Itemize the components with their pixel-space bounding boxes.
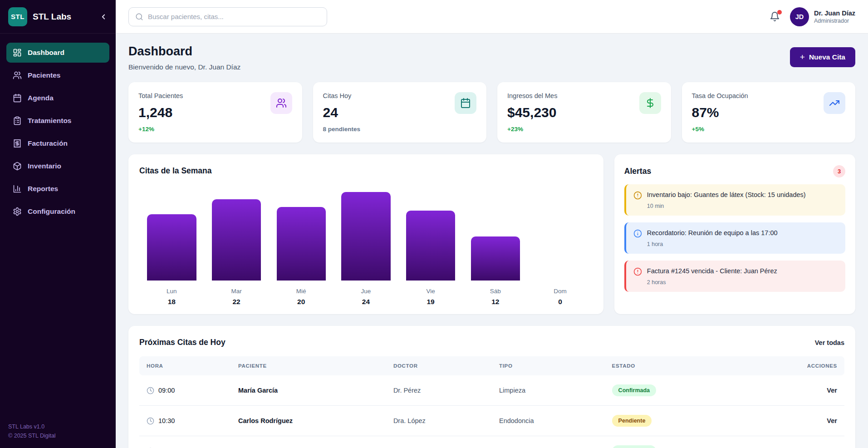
sidebar-item-label: Configuración [28, 207, 75, 216]
search-input[interactable] [148, 13, 320, 20]
stat-delta: 8 pendientes [323, 126, 477, 133]
alerts-header: Alertas 3 [624, 165, 845, 177]
avatar: JD [790, 7, 809, 26]
bar-column: Vie 19 [398, 192, 463, 306]
app-root: STL STL Labs Dashboard Pacientes [0, 0, 868, 448]
bar-chart-icon [13, 184, 22, 193]
bar-value-label: 19 [398, 298, 463, 306]
alert-message: Inventario bajo: Guantes de látex (Stock… [647, 191, 806, 200]
cell-doctor: Dr. Pérez [386, 438, 492, 448]
user-name: Dr. Juan Díaz [814, 10, 855, 17]
cell-patient: Ana Martínez [231, 438, 386, 448]
middle-row: Citas de la Semana Lun 18 Mar 22 [128, 154, 855, 314]
alert-message: Recordatorio: Reunión de equipo a las 17… [647, 229, 778, 238]
col-header-hora: HORA [139, 356, 231, 375]
x-tick-label: Mié [269, 288, 333, 295]
bar-value-label: 18 [139, 298, 204, 306]
ver-link[interactable]: Ver [827, 387, 837, 394]
cell-type: Ortodoncia [492, 438, 605, 448]
sidebar-item-tratamientos[interactable]: Tratamientos [6, 111, 109, 131]
sidebar-item-configuracion[interactable]: Configuración [6, 202, 109, 222]
alert-info[interactable]: Recordatorio: Reunión de equipo a las 17… [624, 222, 845, 254]
clipboard-icon [13, 116, 22, 125]
cell-time: 11:00 [139, 438, 231, 448]
alert-circle-icon [633, 191, 642, 200]
col-header-doctor: DOCTOR [386, 356, 492, 375]
sidebar-item-pacientes[interactable]: Pacientes [6, 65, 109, 85]
sidebar-nav: Dashboard Pacientes Agenda Tratamientos [0, 40, 116, 415]
cell-time: 10:30 [139, 408, 231, 434]
table-column-headers: HORA PACIENTE DOCTOR TIPO ESTADO ACCIONE… [139, 356, 844, 375]
clock-icon [147, 387, 154, 394]
topbar: JD Dr. Juan Díaz Administrador [116, 0, 868, 34]
notification-dot [777, 10, 782, 15]
sidebar-item-dashboard[interactable]: Dashboard [6, 43, 109, 63]
x-tick-label: Jue [333, 288, 398, 295]
brand-name: STL Labs [33, 12, 94, 22]
stat-delta: +5% [692, 126, 846, 133]
stat-value: 1,248 [138, 105, 292, 120]
calendar-icon [455, 92, 476, 114]
cell-type: Limpieza [492, 378, 605, 403]
bar-value-label: 20 [269, 298, 333, 306]
alert-error[interactable]: Factura #1245 vencida - Cliente: Juan Pé… [624, 261, 845, 292]
stat-label: Tasa de Ocupación [692, 92, 846, 99]
x-tick-label: Mar [204, 288, 269, 295]
bar-column: Mié 20 [269, 192, 333, 306]
alerts-title: Alertas [624, 167, 651, 176]
bar-chart: Lun 18 Mar 22 Mié 20 [139, 192, 593, 306]
search-box[interactable] [128, 7, 327, 26]
stat-cards: Total Pacientes 1,248 +12% Citas Hoy 24 … [128, 82, 855, 143]
sidebar-item-label: Agenda [28, 94, 54, 102]
user-info: Dr. Juan Díaz Administrador [814, 10, 855, 24]
brand-logo: STL [8, 7, 27, 26]
x-tick-label: Dom [528, 288, 593, 295]
appointments-title: Próximas Citas de Hoy [139, 338, 226, 347]
sidebar-item-reportes[interactable]: Reportes [6, 179, 109, 199]
status-badge: Pendiente [612, 415, 652, 427]
stat-card-total-pacientes: Total Pacientes 1,248 +12% [128, 82, 302, 143]
page-header-text: Dashboard Bienvenido de nuevo, Dr. Juan … [128, 44, 240, 71]
sidebar-collapse-button[interactable] [99, 13, 108, 21]
stat-delta: +23% [507, 126, 661, 133]
appointments-table-card: Próximas Citas de Hoy Ver todas HORA PAC… [128, 326, 855, 448]
stat-label: Citas Hoy [323, 92, 477, 99]
status-badge: Confirmada [612, 445, 656, 448]
table-row: 09:00 María García Dr. Pérez Limpieza Co… [139, 375, 844, 406]
sidebar-item-facturacion[interactable]: Facturación [6, 133, 109, 153]
cell-status: Pendiente [605, 406, 753, 436]
alerts-count-badge: 3 [833, 165, 845, 177]
page-subtitle: Bienvenido de nuevo, Dr. Juan Díaz [128, 63, 240, 71]
bar-sab [471, 236, 520, 281]
cell-time: 09:00 [139, 378, 231, 404]
bar-column: Dom 0 [528, 192, 593, 306]
trending-up-icon [824, 92, 845, 114]
user-role: Administrador [814, 18, 855, 24]
cell-actions: Ver [753, 378, 844, 403]
bar-vie [406, 211, 455, 281]
user-menu[interactable]: JD Dr. Juan Díaz Administrador [790, 7, 855, 26]
col-header-estado: ESTADO [605, 356, 753, 375]
clock-icon [147, 417, 154, 425]
weekly-appointments-chart: Citas de la Semana Lun 18 Mar 22 [128, 154, 603, 314]
col-header-acciones: ACCIONES [753, 356, 844, 375]
sidebar-item-agenda[interactable]: Agenda [6, 88, 109, 108]
cell-patient: María García [231, 378, 386, 403]
cell-actions: Ver [753, 438, 844, 448]
alert-warning[interactable]: Inventario bajo: Guantes de látex (Stock… [624, 184, 845, 216]
layout-dashboard-icon [13, 48, 22, 57]
stat-card-ocupacion: Tasa de Ocupación 87% +5% [682, 82, 856, 143]
alert-time: 1 hora [647, 241, 838, 247]
notifications-button[interactable] [770, 11, 780, 22]
stat-value: 87% [692, 105, 846, 120]
ver-link[interactable]: Ver [827, 417, 837, 424]
bar-lun [147, 214, 196, 281]
sidebar-item-inventario[interactable]: Inventario [6, 156, 109, 176]
page-title: Dashboard [128, 44, 240, 59]
alert-time: 2 horas [647, 279, 838, 286]
alert-circle-icon [633, 267, 642, 276]
plus-icon: + [800, 52, 805, 62]
info-circle-icon [633, 229, 642, 238]
nueva-cita-button[interactable]: + Nueva Cita [790, 47, 855, 67]
view-all-link[interactable]: Ver todas [815, 339, 844, 346]
